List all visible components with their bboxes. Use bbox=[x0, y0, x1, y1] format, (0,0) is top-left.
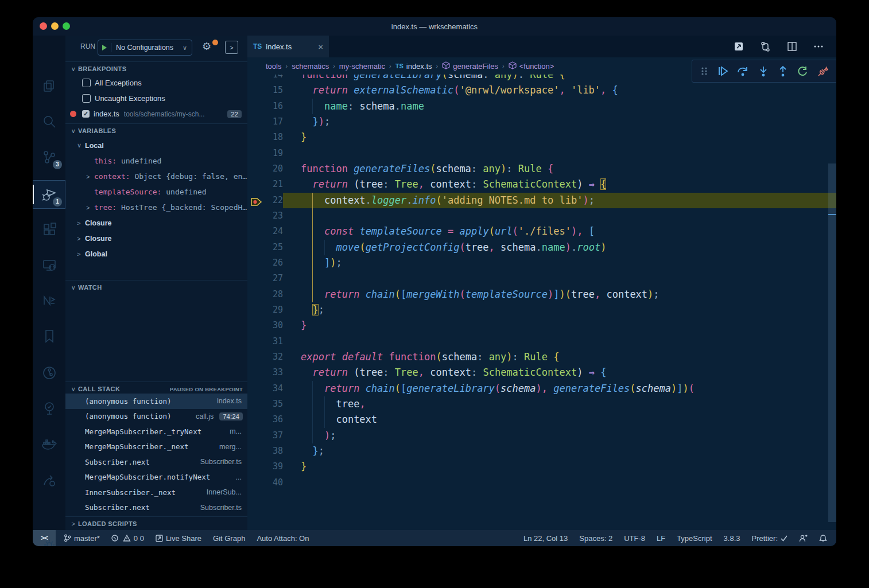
code-line[interactable]: 34 return chain([generateLibrary(schema)… bbox=[247, 381, 836, 396]
breadcrumb-item-indexts[interactable]: TSindex.ts bbox=[395, 62, 432, 71]
call-stack-frame[interactable]: MergeMapSubscriber._tryNextm... bbox=[65, 424, 247, 439]
watch-section-header[interactable]: ∨ WATCH bbox=[65, 280, 247, 294]
compare-changes-icon[interactable] bbox=[760, 41, 771, 52]
line-number[interactable]: 14 bbox=[247, 75, 283, 83]
breakpoint-row[interactable]: All Exceptions bbox=[65, 75, 247, 91]
status-item-ln-22-col-13[interactable]: Ln 22, Col 13 bbox=[523, 534, 568, 543]
code-line[interactable]: 32export default function(schema: any): … bbox=[247, 349, 836, 365]
call-stack-frame[interactable]: (anonymous function)call.js74:24 bbox=[65, 409, 247, 425]
code-line[interactable]: 19 bbox=[247, 146, 836, 161]
code-line[interactable]: 25 move(getProjectConfig(tree, schema.na… bbox=[247, 240, 836, 255]
start-debug-icon[interactable] bbox=[102, 45, 107, 50]
status-item-utf-8[interactable]: UTF-8 bbox=[624, 534, 645, 543]
line-number[interactable]: 18 bbox=[247, 130, 283, 145]
variable-row[interactable]: ∨Local bbox=[65, 138, 247, 153]
variables-section-header[interactable]: ∨ VARIABLES bbox=[65, 123, 247, 138]
code-line[interactable]: 24 const templateSource = apply(url('./f… bbox=[247, 224, 836, 239]
line-number[interactable]: 19 bbox=[247, 146, 283, 161]
line-number[interactable]: 35 bbox=[247, 396, 283, 412]
checkbox[interactable]: ✓ bbox=[82, 110, 90, 118]
close-tab-icon[interactable]: × bbox=[318, 42, 323, 52]
configure-gear-icon[interactable]: ⚙ bbox=[202, 40, 211, 53]
run-debug-icon[interactable]: 1 bbox=[33, 180, 65, 209]
breakpoint-row[interactable]: ✓index.tstools/schematics/my-sch...22 bbox=[65, 106, 247, 122]
line-number[interactable]: 27 bbox=[247, 271, 283, 286]
status-item-spaces-2[interactable]: Spaces: 2 bbox=[579, 534, 612, 543]
code-line[interactable]: 30} bbox=[247, 318, 836, 333]
debug-console-button[interactable]: > bbox=[225, 41, 238, 54]
line-number[interactable]: 26 bbox=[247, 255, 283, 271]
remote-explorer-icon[interactable] bbox=[33, 251, 65, 279]
bookmarks-icon[interactable] bbox=[33, 322, 65, 351]
code-line[interactable]: 40 bbox=[247, 475, 836, 490]
loaded-scripts-section-header[interactable]: > LOADED SCRIPTS bbox=[65, 516, 247, 531]
line-number[interactable]: 22 bbox=[247, 193, 283, 208]
code-line[interactable]: 35 tree, bbox=[247, 396, 836, 412]
minimize-window-button[interactable] bbox=[51, 22, 59, 30]
settings-gear-icon[interactable] bbox=[33, 531, 65, 546]
step-over-icon[interactable] bbox=[736, 65, 749, 77]
breadcrumb-item-function[interactable]: <function> bbox=[509, 61, 554, 71]
line-number[interactable]: 16 bbox=[247, 99, 283, 114]
line-number[interactable]: 38 bbox=[247, 443, 283, 459]
docker-icon[interactable] bbox=[33, 430, 65, 459]
line-number[interactable]: 32 bbox=[247, 349, 283, 365]
call-stack-frame[interactable]: InnerSubscriber._nextInnerSub... bbox=[65, 485, 247, 500]
code-line[interactable]: 27 bbox=[247, 271, 836, 286]
line-number[interactable]: 20 bbox=[247, 161, 283, 177]
line-number[interactable]: 15 bbox=[247, 83, 283, 98]
configuration-value[interactable]: No Configurations bbox=[111, 44, 183, 52]
launch-configuration-dropdown[interactable]: No Configurations ∨ bbox=[98, 40, 192, 56]
call-stack-frame[interactable]: MergeMapSubscriber.notifyNext... bbox=[65, 470, 247, 485]
gitlens-icon[interactable] bbox=[33, 359, 65, 387]
status-item-typescript[interactable]: TypeScript bbox=[677, 534, 712, 543]
status-item-master-[interactable]: master* bbox=[64, 534, 100, 543]
code-line[interactable]: 37 ); bbox=[247, 428, 836, 443]
variable-row[interactable]: >Global bbox=[65, 246, 247, 262]
status-item-prettier-[interactable]: Prettier: bbox=[751, 534, 787, 543]
titlebar[interactable]: index.ts — wrkschematics bbox=[33, 17, 836, 36]
line-number[interactable]: 34 bbox=[247, 381, 283, 396]
checkbox[interactable] bbox=[82, 79, 91, 87]
line-number[interactable]: 25 bbox=[247, 240, 283, 255]
code-line[interactable]: 22 context.logger.info('adding NOTES.md … bbox=[247, 193, 836, 208]
code-line[interactable]: 17 }); bbox=[247, 114, 836, 130]
breadcrumb-item-schematics[interactable]: schematics bbox=[292, 62, 329, 71]
call-stack-frame[interactable]: Subscriber.nextSubscriber.ts bbox=[65, 454, 247, 470]
explorer-icon[interactable] bbox=[33, 72, 65, 100]
code-line[interactable]: 21 return (tree: Tree, context: Schemati… bbox=[247, 177, 836, 192]
line-number[interactable]: 31 bbox=[247, 334, 283, 349]
code-line[interactable]: 15 return externalSchematic('@nrwl/works… bbox=[247, 83, 836, 98]
search-icon[interactable] bbox=[33, 107, 65, 136]
status-item-auto-attach-on[interactable]: Auto Attach: On bbox=[257, 534, 309, 543]
status-item-live-share[interactable]: Live Share bbox=[156, 534, 201, 543]
call-stack-frame[interactable]: Subscriber.nextSubscriber.ts bbox=[65, 500, 247, 516]
status-item-0-0[interactable]: 0 0 bbox=[111, 534, 144, 543]
nx-console-icon[interactable] bbox=[33, 286, 65, 315]
line-number[interactable]: 37 bbox=[247, 428, 283, 443]
drag-grip-icon[interactable] bbox=[700, 66, 708, 76]
line-number[interactable]: 33 bbox=[247, 365, 283, 380]
variable-row[interactable]: >Closure bbox=[65, 215, 247, 231]
line-number[interactable]: 28 bbox=[247, 287, 283, 302]
step-out-icon[interactable] bbox=[777, 65, 789, 77]
status-item-3-8-3[interactable]: 3.8.3 bbox=[724, 534, 740, 543]
code-line[interactable]: 16 name: schema.name bbox=[247, 99, 836, 114]
step-into-icon[interactable] bbox=[758, 65, 769, 77]
line-number[interactable]: 21 bbox=[247, 177, 283, 192]
code-line[interactable]: 33 return (tree: Tree, context: Schemati… bbox=[247, 365, 836, 380]
line-number[interactable]: 39 bbox=[247, 459, 283, 474]
code-line[interactable]: 36 context bbox=[247, 412, 836, 427]
code-line[interactable]: 18} bbox=[247, 130, 836, 145]
breakpoint-row[interactable]: Uncaught Exceptions bbox=[65, 91, 247, 106]
tab-index-ts[interactable]: TS index.ts × bbox=[247, 36, 329, 57]
code-editor[interactable]: 14function generateLibrary(schema: any):… bbox=[247, 75, 836, 530]
disconnect-icon[interactable] bbox=[817, 65, 829, 77]
code-line[interactable]: 39} bbox=[247, 459, 836, 474]
maximize-window-button[interactable] bbox=[63, 22, 70, 30]
variable-row[interactable]: >context: Object {debug: false, en… bbox=[65, 169, 247, 184]
test-explorer-icon[interactable] bbox=[33, 394, 65, 423]
code-line[interactable]: 26 ]); bbox=[247, 255, 836, 271]
breakpoints-section-header[interactable]: ∨ BREAKPOINTS bbox=[65, 61, 247, 76]
more-actions-icon[interactable] bbox=[813, 41, 824, 52]
